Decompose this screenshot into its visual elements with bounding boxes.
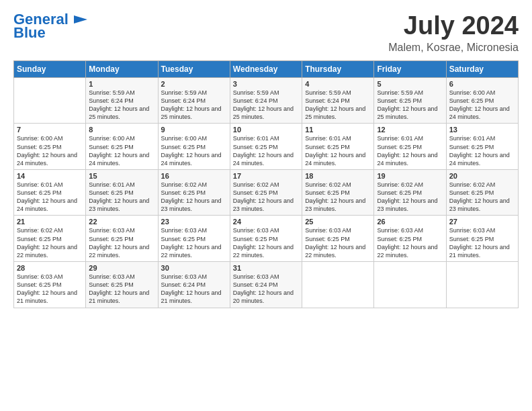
cell-info: Sunrise: 6:03 AMSunset: 6:25 PMDaylight:… xyxy=(377,226,443,259)
cell-2-1: 7Sunrise: 6:00 AMSunset: 6:25 PMDaylight… xyxy=(14,124,86,170)
cell-4-1: 21Sunrise: 6:02 AMSunset: 6:25 PMDayligh… xyxy=(14,216,86,262)
main-title: July 2024 xyxy=(388,12,519,40)
cell-3-3: 16Sunrise: 6:02 AMSunset: 6:25 PMDayligh… xyxy=(158,169,230,216)
col-saturday: Saturday xyxy=(446,60,518,77)
calendar-table: Sunday Monday Tuesday Wednesday Thursday… xyxy=(13,60,519,308)
cell-info: Sunrise: 6:03 AMSunset: 6:25 PMDaylight:… xyxy=(89,273,154,306)
cell-1-2: 1Sunrise: 5:59 AMSunset: 6:24 PMDaylight… xyxy=(86,77,158,124)
day-number: 9 xyxy=(161,126,227,134)
col-thursday: Thursday xyxy=(302,60,374,77)
cell-info: Sunrise: 6:00 AMSunset: 6:25 PMDaylight:… xyxy=(89,134,154,167)
week-row-3: 14Sunrise: 6:01 AMSunset: 6:25 PMDayligh… xyxy=(14,169,519,216)
col-monday: Monday xyxy=(86,60,158,77)
cell-5-1: 28Sunrise: 6:03 AMSunset: 6:25 PMDayligh… xyxy=(14,262,86,308)
week-row-4: 21Sunrise: 6:02 AMSunset: 6:25 PMDayligh… xyxy=(14,216,519,262)
cell-info: Sunrise: 6:03 AMSunset: 6:24 PMDaylight:… xyxy=(233,273,299,306)
cell-info: Sunrise: 6:02 AMSunset: 6:25 PMDaylight:… xyxy=(233,181,299,214)
cell-5-2: 29Sunrise: 6:03 AMSunset: 6:25 PMDayligh… xyxy=(86,262,158,308)
col-wednesday: Wednesday xyxy=(230,60,302,77)
day-number: 29 xyxy=(89,264,154,272)
cell-info: Sunrise: 5:59 AMSunset: 6:25 PMDaylight:… xyxy=(377,89,443,122)
week-row-5: 28Sunrise: 6:03 AMSunset: 6:25 PMDayligh… xyxy=(14,262,519,308)
cell-4-4: 24Sunrise: 6:03 AMSunset: 6:25 PMDayligh… xyxy=(230,216,302,262)
col-tuesday: Tuesday xyxy=(158,60,230,77)
cell-2-3: 9Sunrise: 6:00 AMSunset: 6:25 PMDaylight… xyxy=(158,124,230,170)
cell-3-2: 15Sunrise: 6:01 AMSunset: 6:25 PMDayligh… xyxy=(86,169,158,216)
day-number: 28 xyxy=(17,264,83,272)
cell-1-3: 2Sunrise: 5:59 AMSunset: 6:24 PMDaylight… xyxy=(158,77,230,124)
day-number: 25 xyxy=(305,218,371,226)
cell-3-7: 20Sunrise: 6:02 AMSunset: 6:25 PMDayligh… xyxy=(446,169,518,216)
cell-2-2: 8Sunrise: 6:00 AMSunset: 6:25 PMDaylight… xyxy=(86,124,158,170)
day-number: 16 xyxy=(161,172,227,180)
cell-info: Sunrise: 6:01 AMSunset: 6:25 PMDaylight:… xyxy=(17,181,83,214)
cell-3-4: 17Sunrise: 6:02 AMSunset: 6:25 PMDayligh… xyxy=(230,169,302,216)
cell-info: Sunrise: 5:59 AMSunset: 6:24 PMDaylight:… xyxy=(305,89,371,122)
logo-icon xyxy=(71,13,90,26)
cell-info: Sunrise: 6:03 AMSunset: 6:25 PMDaylight:… xyxy=(305,226,371,259)
day-number: 31 xyxy=(233,264,299,272)
cell-2-7: 13Sunrise: 6:01 AMSunset: 6:25 PMDayligh… xyxy=(446,124,518,170)
cell-4-2: 22Sunrise: 6:03 AMSunset: 6:25 PMDayligh… xyxy=(86,216,158,262)
cell-info: Sunrise: 6:02 AMSunset: 6:25 PMDaylight:… xyxy=(161,181,227,214)
cell-info: Sunrise: 5:59 AMSunset: 6:24 PMDaylight:… xyxy=(89,89,154,122)
cell-1-7: 6Sunrise: 6:00 AMSunset: 6:25 PMDaylight… xyxy=(446,77,518,124)
svg-marker-0 xyxy=(74,15,87,24)
header-row: Sunday Monday Tuesday Wednesday Thursday… xyxy=(14,60,519,77)
cell-info: Sunrise: 5:59 AMSunset: 6:24 PMDaylight:… xyxy=(233,89,299,122)
logo: General Blue xyxy=(13,12,90,42)
col-friday: Friday xyxy=(374,60,446,77)
day-number: 24 xyxy=(233,218,299,226)
day-number: 11 xyxy=(305,126,371,134)
cell-info: Sunrise: 6:02 AMSunset: 6:25 PMDaylight:… xyxy=(305,181,371,214)
day-number: 27 xyxy=(449,218,515,226)
cell-info: Sunrise: 6:00 AMSunset: 6:25 PMDaylight:… xyxy=(17,134,83,167)
day-number: 17 xyxy=(233,172,299,180)
day-number: 26 xyxy=(377,218,443,226)
cell-info: Sunrise: 6:01 AMSunset: 6:25 PMDaylight:… xyxy=(305,134,371,167)
cell-5-5 xyxy=(302,262,374,308)
cell-2-6: 12Sunrise: 6:01 AMSunset: 6:25 PMDayligh… xyxy=(374,124,446,170)
cell-info: Sunrise: 6:02 AMSunset: 6:25 PMDaylight:… xyxy=(377,181,443,214)
col-sunday: Sunday xyxy=(14,60,86,77)
cell-1-1 xyxy=(14,77,86,124)
cell-3-1: 14Sunrise: 6:01 AMSunset: 6:25 PMDayligh… xyxy=(14,169,86,216)
logo-blue-text: Blue xyxy=(13,24,46,42)
day-number: 1 xyxy=(89,80,154,88)
day-number: 6 xyxy=(449,80,515,88)
cell-3-6: 19Sunrise: 6:02 AMSunset: 6:25 PMDayligh… xyxy=(374,169,446,216)
cell-1-6: 5Sunrise: 5:59 AMSunset: 6:25 PMDaylight… xyxy=(374,77,446,124)
cell-info: Sunrise: 6:01 AMSunset: 6:25 PMDaylight:… xyxy=(233,134,299,167)
day-number: 4 xyxy=(305,80,371,88)
day-number: 30 xyxy=(161,264,227,272)
page: General Blue July 2024 Malem, Kosrae, Mi… xyxy=(0,0,532,315)
cell-info: Sunrise: 6:03 AMSunset: 6:25 PMDaylight:… xyxy=(89,226,154,259)
cell-info: Sunrise: 6:03 AMSunset: 6:25 PMDaylight:… xyxy=(449,226,515,259)
day-number: 2 xyxy=(161,80,227,88)
cell-5-6 xyxy=(374,262,446,308)
cell-info: Sunrise: 6:03 AMSunset: 6:25 PMDaylight:… xyxy=(161,226,227,259)
day-number: 18 xyxy=(305,172,371,180)
cell-info: Sunrise: 6:01 AMSunset: 6:25 PMDaylight:… xyxy=(89,181,154,214)
cell-1-5: 4Sunrise: 5:59 AMSunset: 6:24 PMDaylight… xyxy=(302,77,374,124)
cell-4-6: 26Sunrise: 6:03 AMSunset: 6:25 PMDayligh… xyxy=(374,216,446,262)
day-number: 12 xyxy=(377,126,443,134)
day-number: 15 xyxy=(89,172,154,180)
cell-3-5: 18Sunrise: 6:02 AMSunset: 6:25 PMDayligh… xyxy=(302,169,374,216)
day-number: 5 xyxy=(377,80,443,88)
subtitle: Malem, Kosrae, Micronesia xyxy=(388,42,519,54)
cell-info: Sunrise: 6:03 AMSunset: 6:25 PMDaylight:… xyxy=(233,226,299,259)
week-row-2: 7Sunrise: 6:00 AMSunset: 6:25 PMDaylight… xyxy=(14,124,519,170)
cell-info: Sunrise: 6:02 AMSunset: 6:25 PMDaylight:… xyxy=(17,226,83,259)
day-number: 13 xyxy=(449,126,515,134)
day-number: 3 xyxy=(233,80,299,88)
day-number: 23 xyxy=(161,218,227,226)
header-section: General Blue July 2024 Malem, Kosrae, Mi… xyxy=(13,12,519,54)
cell-info: Sunrise: 6:03 AMSunset: 6:24 PMDaylight:… xyxy=(161,273,227,306)
cell-info: Sunrise: 5:59 AMSunset: 6:24 PMDaylight:… xyxy=(161,89,227,122)
cell-5-7 xyxy=(446,262,518,308)
day-number: 14 xyxy=(17,172,83,180)
cell-2-5: 11Sunrise: 6:01 AMSunset: 6:25 PMDayligh… xyxy=(302,124,374,170)
day-number: 8 xyxy=(89,126,154,134)
cell-4-7: 27Sunrise: 6:03 AMSunset: 6:25 PMDayligh… xyxy=(446,216,518,262)
